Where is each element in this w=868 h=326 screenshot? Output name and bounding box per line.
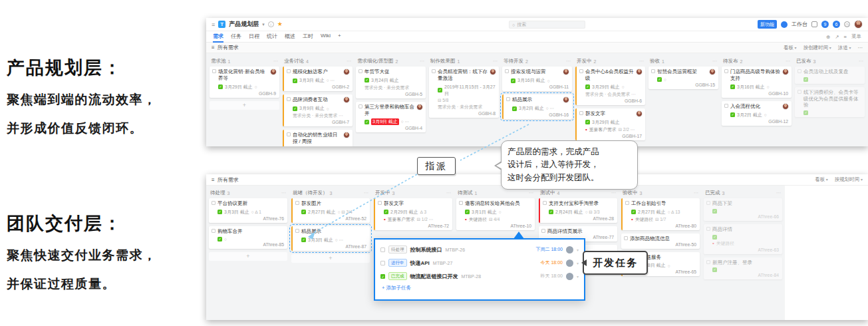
search-input[interactable]: ○搜索 [509,21,585,29]
card-checkbox[interactable] [212,229,216,233]
column-more-icon[interactable]: ⋯ [859,59,863,64]
kanban-card[interactable]: 精品展示✓3月2日 截止○ ⋯GGBH-16 [502,94,572,119]
notification-count-badge[interactable]: 6 [833,21,840,28]
card-checkbox[interactable] [287,97,291,101]
kanban-card[interactable]: 支持支付宝和手淘登录✓2月24日 截止○ ⊟ 3/3AThree-28 [539,198,617,223]
kanban-card[interactable]: 平台协议更新✓3月3日 截止○ ∆ 1AThree-76 [209,198,287,223]
column-more-icon[interactable]: ⋯ [493,59,498,64]
menu-link[interactable]: 菜单 [851,33,861,40]
subtask-row[interactable]: ✓已完成物流配送链接口开发MTBP-28昨天 18:00▾ [380,269,579,283]
kanban-card[interactable]: 精品展示✓3月3日 截止○ ⋯AThree-87 [291,226,370,251]
kanban-card[interactable]: 商品下架✓AThree-66 [704,198,782,221]
view-control[interactable]: 泳道 ▾ [838,45,851,51]
card-checkbox[interactable] [432,69,436,73]
card-checkbox[interactable] [378,201,382,205]
kanban-card[interactable]: 新用户注册、登录✓AThree-84 [704,257,782,280]
add-card-button[interactable]: + [291,254,370,263]
view-control[interactable]: 看板 ▾ [815,176,828,183]
card-checkbox[interactable] [359,69,362,73]
filter-list-icon[interactable]: ≡ [212,45,215,51]
kanban-card[interactable]: 添加商品物流信息AThree-50 [621,234,700,249]
column-more-icon[interactable]: ⋯ [611,190,616,196]
subtask-row[interactable]: 进行中快递APIMTBP-27今天 18:00▾ [380,256,579,269]
card-checkbox[interactable] [459,201,463,205]
card-checkbox[interactable] [506,97,510,101]
kanban-card[interactable]: 品牌消费者互动✓3月9日 截止○需求分类 · 未分类需求 ⋯GGBH-7 [283,94,353,126]
kanban-card[interactable]: 会员活动上线及复盘✓ [795,67,865,84]
kanban-card[interactable]: 会员中心&会员权益升级✓3月29日 截止○需求分类 · 会员类需求 ⋯GGBH-… [575,67,645,105]
board-tab[interactable]: 任务 [231,31,241,43]
board-tab[interactable]: 工时 [303,31,313,43]
card-checkbox[interactable] [359,104,362,108]
add-card-button[interactable]: + [209,252,287,261]
kanban-card[interactable]: 入会流程优化✓3月2日 截止○GGBH-12 [722,101,792,126]
board-tab[interactable]: Wiki [321,31,331,43]
column-more-icon[interactable]: ⋯ [776,190,781,196]
card-checkbox[interactable] [651,69,655,73]
card-checkbox[interactable] [706,260,710,264]
view-control[interactable]: 看板 ▾ [784,45,797,51]
card-checkbox[interactable] [295,201,299,205]
add-subtask-button[interactable]: + 添加子任务 [380,285,579,291]
board-tab[interactable]: 统计 [267,31,277,43]
kanban-card[interactable]: 门店商品高级导购体验支持✓3月16日 截止○GGBH-10 [722,67,792,98]
filter-label[interactable]: 所有需求 [217,176,239,184]
column-more-icon[interactable]: ⋯ [273,59,278,64]
new-feature-badge[interactable]: 新功能 [758,20,777,29]
add-card-button[interactable]: + [210,101,279,110]
kanban-card[interactable]: 第三方登录和购物车合并✓3月9日 截止○ ⋯GGBH-4 [356,102,426,133]
card-checkbox[interactable] [212,69,216,73]
column-more-icon[interactable]: ⋯ [786,59,790,64]
card-checkbox[interactable] [797,69,801,73]
filter-label[interactable]: 所有需求 [217,44,239,51]
board-tab[interactable]: + [338,31,341,43]
chevron-down-icon[interactable]: ▾ [577,247,579,252]
card-checkbox[interactable] [287,132,291,136]
card-checkbox[interactable] [212,201,216,205]
user-avatar[interactable] [854,20,863,29]
card-checkbox[interactable] [579,69,583,73]
clock-icon[interactable]: ◷ [844,21,850,27]
board-tab[interactable]: 需求 [213,31,223,43]
column-more-icon[interactable]: ⋯ [639,59,644,64]
column-more-icon[interactable]: ⋯ [420,59,424,64]
card-checkbox[interactable] [625,201,629,205]
workbench-link[interactable]: 工作台 [792,21,807,28]
subtask-checkbox[interactable] [380,261,385,265]
kanban-card[interactable]: 线下消费积分、会员卡等级优化为会员提供服务体验✓ [795,87,865,117]
calendar-icon[interactable] [811,21,817,27]
column-more-icon[interactable]: ⋯ [347,59,351,64]
view-control[interactable]: 按规划时间 ▾ [835,176,863,183]
board-tab[interactable]: 日程 [249,31,259,43]
chevron-down-icon[interactable]: ▾ [577,274,579,279]
card-checkbox[interactable] [797,90,801,94]
column-more-icon[interactable]: ⋯ [694,190,698,196]
hamburger-menu-icon[interactable]: ≡ [212,21,215,28]
card-checkbox[interactable] [295,229,299,233]
card-checkbox[interactable] [724,69,728,73]
card-checkbox[interactable] [541,229,545,233]
favorite-star-icon[interactable]: ★ [277,21,283,27]
kanban-card[interactable]: 邀客消息转发给其他会员✓3月1日 截止○•关键路径⊟ 4/4AThree-10 [456,198,535,230]
kanban-card[interactable]: 工作台初始引导✓2月27日 截止○ ∆ 13•关键路径⊟ 1/7AThree-8… [621,198,700,230]
kanban-card[interactable]: 场景化营销·新会员培养等✓3月29日 截止○GGBH-9 [210,67,279,98]
view-control[interactable]: ⋯ [858,45,863,51]
column-more-icon[interactable]: ⋯ [364,190,368,196]
kanban-card[interactable]: 群发图片✓2月27日 截止○ ⊟ 3/4AThree-52 [291,198,370,223]
kanban-card[interactable]: 智慧会员运营框架✓○GGBH-15 [649,67,718,89]
share-icon[interactable]: ↗ [835,34,839,40]
kanban-card[interactable]: 规模化触达客户✓3月3日 截止○ ⋯GGBH-2 [283,67,353,91]
kanban-card[interactable]: 会员精准营销：线下存量激活✓2019年11月15日 - 3月27日⊟ 5/8需求… [429,67,499,118]
filter-list-icon[interactable]: ≡ [212,177,215,183]
column-more-icon[interactable]: ⋯ [566,59,571,64]
card-checkbox[interactable] [724,104,728,108]
kanban-card[interactable]: 群发文字✓3月29日 截止•重要客户需求⊟ 2/2 ⋯GGBH-17 [575,108,645,140]
member-add-icon[interactable]: ⊕ [826,34,830,40]
subtask-checkbox[interactable]: ✓ [380,274,385,279]
column-more-icon[interactable]: ⋯ [712,59,717,64]
subtask-row[interactable]: 待处理控制系统接口MTBP-26下周二 18:00▾ [380,243,579,256]
kanban-card[interactable]: 购物车合并✓○AThree-85 [209,226,287,249]
card-checkbox[interactable] [706,227,710,231]
help-bubble-icon[interactable] [781,21,788,28]
card-checkbox[interactable] [505,69,509,73]
